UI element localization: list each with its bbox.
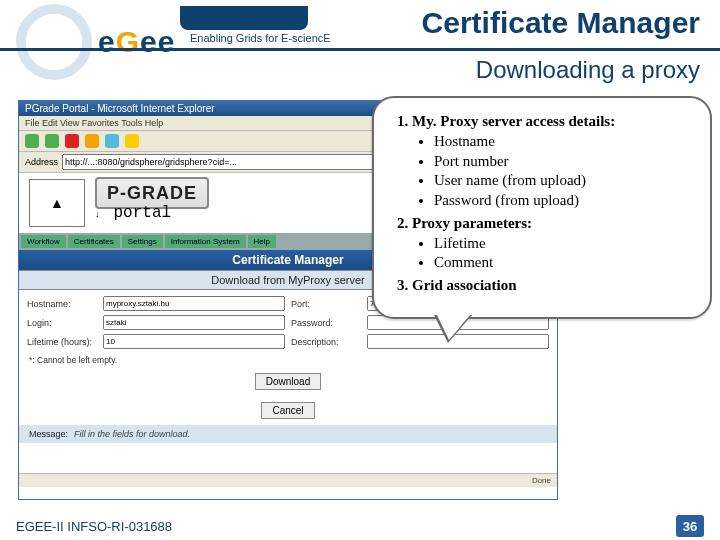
footer: EGEE-II INFSO-RI-031688 36 — [0, 512, 720, 540]
search-icon[interactable] — [105, 134, 119, 148]
callout-item-1-title: My. Proxy server access details: — [412, 113, 615, 129]
slide-number: 36 — [676, 515, 704, 537]
logo-text: eGee — [98, 25, 175, 59]
portal-arrow-icon: ↓ — [95, 209, 109, 223]
cancel-button[interactable]: Cancel — [261, 402, 314, 419]
home-icon[interactable] — [85, 134, 99, 148]
hostname-label: Hostname: — [27, 299, 97, 309]
lifetime-input[interactable] — [103, 334, 285, 349]
tab-workflow[interactable]: Workflow — [21, 235, 66, 248]
tab-help[interactable]: Help — [248, 235, 276, 248]
status-text: Done — [532, 476, 551, 485]
download-button[interactable]: Download — [255, 373, 321, 390]
description-label: Description: — [291, 337, 361, 347]
title-pill-container — [180, 6, 308, 34]
message-row: Message: Fill in the fields for download… — [19, 425, 557, 443]
tab-information-system[interactable]: Information System — [165, 235, 246, 248]
callout-item-3: Grid association — [412, 276, 694, 295]
callout-item-1-d: Password (from upload) — [434, 191, 694, 210]
callout-item-2-a: Lifetime — [434, 234, 694, 253]
callout-item-2: Proxy parameters: Lifetime Comment — [412, 214, 694, 272]
instructions-callout: My. Proxy server access details: Hostnam… — [372, 96, 712, 319]
egee-logo: eGee — [16, 4, 175, 80]
pgrade-shield-icon: ▲ — [29, 179, 85, 227]
slide-subtitle: Downloading a proxy — [476, 56, 700, 84]
login-input[interactable] — [103, 315, 285, 330]
callout-item-2-title: Proxy parameters: — [412, 215, 532, 231]
title-pill — [180, 6, 308, 30]
password-label: Password: — [291, 318, 361, 328]
message-label: Message: — [29, 429, 68, 439]
portal-word: portal — [114, 204, 172, 222]
browser-statusbar: Done — [19, 473, 557, 487]
footer-left: EGEE-II INFSO-RI-031688 — [16, 519, 172, 534]
logo-g: G — [116, 25, 140, 58]
logo-e2: ee — [140, 25, 175, 58]
required-hint: *: Cannot be left empty. — [19, 355, 557, 367]
message-value: Fill in the fields for download. — [74, 429, 190, 439]
header-rule — [0, 48, 720, 51]
back-icon[interactable] — [25, 134, 39, 148]
callout-item-1-b: Port number — [434, 152, 694, 171]
stop-icon[interactable] — [65, 134, 79, 148]
callout-item-1: My. Proxy server access details: Hostnam… — [412, 112, 694, 210]
callout-item-3-title: Grid association — [412, 277, 517, 293]
logo-e1: e — [98, 25, 116, 58]
hostname-input[interactable] — [103, 296, 285, 311]
tagline: Enabling Grids for E-sciencE — [190, 32, 331, 44]
callout-item-2-b: Comment — [434, 253, 694, 272]
slide-title: Certificate Manager — [422, 6, 700, 40]
callout-tail-icon — [434, 315, 472, 343]
address-label: Address — [25, 157, 58, 167]
callout-item-1-c: User name (from upload) — [434, 171, 694, 190]
tab-settings[interactable]: Settings — [122, 235, 163, 248]
callout-item-1-a: Hostname — [434, 132, 694, 151]
favorites-icon[interactable] — [125, 134, 139, 148]
form-buttons: Download — [19, 367, 557, 396]
forward-icon[interactable] — [45, 134, 59, 148]
form-buttons-2: Cancel — [19, 396, 557, 425]
port-label: Port: — [291, 299, 361, 309]
login-label: Login: — [27, 318, 97, 328]
tab-certificates[interactable]: Certificates — [68, 235, 120, 248]
lifetime-label: Lifetime (hours): — [27, 337, 97, 347]
logo-circle-icon — [16, 4, 92, 80]
browser-title-text: PGrade Portal - Microsoft Internet Explo… — [25, 103, 215, 114]
